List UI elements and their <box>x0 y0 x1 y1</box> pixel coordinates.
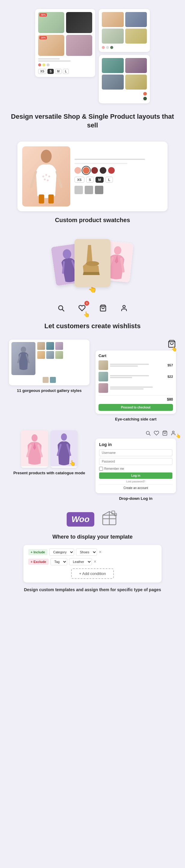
filter1-select-2[interactable]: Tag <box>51 558 67 565</box>
discount-badge-2: -20% <box>39 36 47 39</box>
cursor-icon: 👆 <box>83 311 90 318</box>
login-cursor-icon: 👆 <box>176 433 181 438</box>
checkout-button[interactable]: Proceed to checkout <box>98 404 173 411</box>
cart-item-price-2: $22 <box>167 375 173 378</box>
remove-condition-1[interactable]: × <box>99 550 101 555</box>
swatches-demo-card: XS S M L <box>18 142 167 211</box>
gallery-indicator-1[interactable] <box>43 377 49 383</box>
svg-line-15 <box>62 310 64 311</box>
action-icons: 3 👆 <box>55 302 130 314</box>
product-thumb-2 <box>66 12 92 33</box>
palette-dot-3[interactable] <box>91 167 98 174</box>
cart-total-row: $80 <box>98 395 173 402</box>
svg-point-7 <box>47 180 49 181</box>
create-account-link[interactable]: Create an account <box>99 484 173 490</box>
bag-icon-login[interactable] <box>162 430 167 436</box>
swatch-dot-1 <box>102 46 105 49</box>
heart-action-icon[interactable]: 3 👆 <box>76 302 88 314</box>
condition-row-1: + Include Category Shoes × <box>28 549 157 556</box>
cart-item-1: $57 <box>98 360 173 370</box>
product-thumb-4 <box>66 35 92 56</box>
gallery-indicator-2[interactable] <box>50 377 56 383</box>
svg-point-23 <box>61 433 67 441</box>
swatch-dot-3 <box>110 46 113 49</box>
bag-action-icon[interactable] <box>97 302 109 314</box>
wishlist-title: Let customers create wishlists <box>44 322 141 331</box>
cart-total-amount: $80 <box>167 397 173 402</box>
cart-item-2: $22 <box>98 372 173 381</box>
color-palette <box>74 167 163 174</box>
add-condition-button[interactable]: + Add condition <box>71 568 114 579</box>
username-input[interactable] <box>99 449 173 456</box>
svg-point-27 <box>173 431 174 433</box>
woo-description: Design custom templates and assign them … <box>24 587 161 592</box>
color-dot-3 <box>47 63 50 66</box>
search-icon-login[interactable] <box>145 430 151 436</box>
remember-checkbox[interactable] <box>99 467 103 471</box>
swatch-selected <box>143 92 147 96</box>
filter2-select-2[interactable]: Leather <box>69 558 92 565</box>
model-image <box>22 146 70 207</box>
size-m[interactable]: M <box>55 69 62 74</box>
heart-icon-login[interactable] <box>154 430 159 436</box>
palette-dot-2[interactable] <box>83 167 90 174</box>
svg-point-17 <box>123 305 125 308</box>
palette-dot-1[interactable] <box>74 167 81 174</box>
shop-layouts-section: -50% -20% <box>0 0 185 135</box>
cart-item-3 <box>98 383 173 393</box>
gallery-label: 11 gorgeous product gallery styles <box>9 388 90 393</box>
wishlist-badge: 3 <box>84 301 89 306</box>
color-dot-1 <box>38 63 41 66</box>
exclude-button[interactable]: + Exclude <box>28 559 49 565</box>
size-tag-s[interactable]: S <box>86 177 94 183</box>
login-button[interactable]: Log in <box>99 472 173 479</box>
catalogue-label: Present products with catalogue mode <box>9 471 90 475</box>
palette-dot-4[interactable] <box>100 167 106 174</box>
swatches-controls: XS S M L <box>74 159 163 194</box>
texture-3[interactable] <box>95 186 103 194</box>
cart-title: Cart <box>98 353 173 358</box>
woo-header: Woo <box>67 510 118 529</box>
svg-line-25 <box>149 434 150 435</box>
person-icon-wrapper[interactable]: 👆 <box>171 430 176 437</box>
cart-col: 👆 Cart $57 $22 <box>95 340 176 422</box>
woo-logo: Woo <box>67 512 94 527</box>
swatches-section: XS S M L Custom product swatches <box>0 135 185 230</box>
login-catalogue-section: 👆 Present products with catalogue mode <box>0 424 185 504</box>
template-title: Where to display your template <box>52 534 132 540</box>
password-input[interactable] <box>99 458 173 465</box>
person-action-icon[interactable] <box>118 302 130 314</box>
login-col: 👆 Log in Remember me Log in Lost passwor… <box>95 430 176 501</box>
size-xs[interactable]: XS <box>38 69 46 74</box>
remember-label: Remember me <box>104 467 124 470</box>
lost-password-link[interactable]: Lost password? <box>99 480 173 483</box>
svg-point-6 <box>44 179 45 180</box>
include-button[interactable]: + Include <box>28 549 48 555</box>
texture-1[interactable] <box>74 186 83 194</box>
size-tag-l[interactable]: L <box>105 177 113 183</box>
catalogue-cursor-icon: 👆 <box>69 460 76 466</box>
size-l[interactable]: L <box>63 69 69 74</box>
size-s[interactable]: S <box>48 69 54 74</box>
cart-cursor-icon: 👆 <box>171 346 177 352</box>
remove-condition-2[interactable]: × <box>94 559 96 564</box>
swatches-title: Custom product swatches <box>55 216 130 224</box>
cart-trigger[interactable]: 👆 <box>167 340 176 349</box>
search-action-icon[interactable] <box>55 302 67 314</box>
product-thumb-1: -50% <box>38 12 64 33</box>
size-tag-m[interactable]: M <box>95 177 103 183</box>
catalogue-col: 👆 Present products with catalogue mode <box>9 430 90 501</box>
svg-point-18 <box>21 346 26 352</box>
filter1-select-1[interactable]: Category <box>49 549 74 556</box>
size-tag-xs[interactable]: XS <box>74 177 84 183</box>
product-thumb-3: -20% <box>38 35 64 56</box>
size-buttons: XS S M L <box>74 177 163 183</box>
palette-dot-5[interactable] <box>108 167 115 174</box>
filter2-select-1[interactable]: Shoes <box>76 549 97 556</box>
login-card: Log in Remember me Log in Lost password?… <box>95 438 176 493</box>
catalogue-card-1 <box>21 430 48 468</box>
person-icon-login[interactable] <box>171 430 176 436</box>
texture-2[interactable] <box>85 186 93 194</box>
login-card-title: Log in <box>99 442 173 447</box>
shop-cards-demo: -50% -20% <box>35 9 150 103</box>
